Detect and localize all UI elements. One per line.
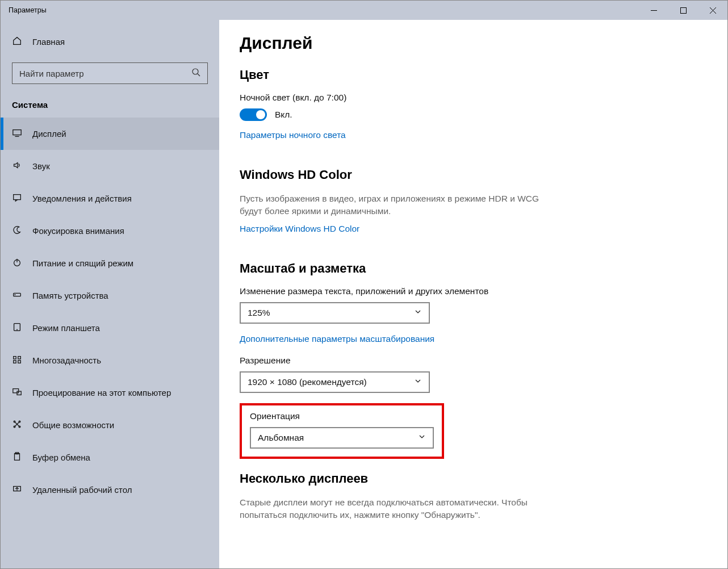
sidebar-item-tablet[interactable]: Режим планшета bbox=[1, 312, 219, 344]
advanced-scaling-link[interactable]: Дополнительные параметры масштабирования bbox=[240, 334, 434, 344]
orientation-highlight: Ориентация Альбомная bbox=[240, 403, 444, 459]
sidebar-item-multitask[interactable]: Многозадачность bbox=[1, 344, 219, 376]
clipboard-icon bbox=[12, 451, 22, 463]
svg-point-12 bbox=[15, 295, 15, 295]
chevron-down-icon bbox=[414, 308, 422, 318]
remote-icon bbox=[12, 484, 22, 496]
sidebar-item-projecting[interactable]: Проецирование на этот компьютер bbox=[1, 376, 219, 409]
svg-line-5 bbox=[198, 74, 200, 76]
sidebar-item-remote[interactable]: Удаленный рабочий стол bbox=[1, 474, 219, 506]
tablet-icon bbox=[12, 322, 22, 334]
svg-rect-8 bbox=[14, 195, 21, 200]
svg-rect-6 bbox=[13, 130, 21, 135]
sidebar-item-label: Фокусировка внимания bbox=[32, 226, 124, 236]
sidebar-home[interactable]: Главная bbox=[1, 29, 219, 55]
sidebar-item-label: Уведомления и действия bbox=[32, 194, 132, 203]
sidebar-item-label: Дисплей bbox=[32, 129, 66, 139]
sidebar-item-label: Общие возможности bbox=[32, 420, 114, 430]
multitask-icon bbox=[12, 354, 22, 366]
orientation-dropdown[interactable]: Альбомная bbox=[250, 427, 434, 449]
night-light-settings-link[interactable]: Параметры ночного света bbox=[240, 130, 346, 140]
storage-icon bbox=[12, 290, 22, 302]
search-icon bbox=[191, 68, 200, 79]
resolution-dropdown[interactable]: 1920 × 1080 (рекомендуется) bbox=[240, 371, 430, 393]
chevron-down-icon bbox=[414, 377, 422, 387]
sidebar-item-label: Удаленный рабочий стол bbox=[32, 485, 132, 495]
hdr-settings-link[interactable]: Настройки Windows HD Color bbox=[240, 224, 359, 234]
svg-rect-18 bbox=[18, 361, 21, 363]
night-light-toggle[interactable] bbox=[240, 108, 267, 121]
sidebar-item-label: Звук bbox=[32, 161, 50, 171]
sidebar: Главная Система Дисплей Звук Уведомления… bbox=[1, 20, 219, 568]
sidebar-item-notifications[interactable]: Уведомления и действия bbox=[1, 182, 219, 215]
svg-rect-27 bbox=[15, 454, 20, 461]
sidebar-item-label: Многозадачность bbox=[32, 355, 101, 365]
sidebar-item-storage[interactable]: Память устройства bbox=[1, 279, 219, 312]
sidebar-item-focus[interactable]: Фокусировка внимания bbox=[1, 215, 219, 247]
orientation-label: Ориентация bbox=[250, 411, 434, 421]
sidebar-item-power[interactable]: Питание и спящий режим bbox=[1, 247, 219, 279]
sidebar-item-display[interactable]: Дисплей bbox=[1, 118, 219, 150]
svg-rect-16 bbox=[18, 357, 21, 359]
search-input[interactable] bbox=[12, 62, 208, 84]
minimize-button[interactable] bbox=[639, 1, 668, 20]
power-icon bbox=[12, 257, 22, 269]
scale-value: 125% bbox=[248, 308, 270, 318]
page-title: Дисплей bbox=[240, 34, 705, 53]
svg-rect-1 bbox=[680, 7, 686, 13]
sidebar-section-label: Система bbox=[1, 94, 219, 118]
titlebar: Параметры bbox=[1, 1, 727, 20]
shared-icon bbox=[12, 419, 22, 431]
sidebar-item-sound[interactable]: Звук bbox=[1, 150, 219, 182]
section-scale: Масштаб и разметка bbox=[240, 261, 705, 276]
sidebar-home-label: Главная bbox=[32, 37, 65, 47]
svg-point-4 bbox=[193, 69, 198, 74]
chevron-down-icon bbox=[418, 433, 426, 443]
section-color: Цвет bbox=[240, 68, 705, 82]
multiple-displays-desc: Старые дисплеи могут не всегда подключат… bbox=[240, 496, 558, 522]
notifications-icon bbox=[12, 193, 22, 204]
sidebar-item-label: Память устройства bbox=[32, 291, 108, 300]
scale-label: Изменение размера текста, приложений и д… bbox=[240, 286, 705, 296]
sidebar-item-label: Буфер обмена bbox=[32, 453, 90, 462]
search-field[interactable] bbox=[19, 69, 191, 78]
svg-rect-17 bbox=[14, 361, 16, 363]
window-title: Параметры bbox=[1, 6, 639, 14]
moon-icon bbox=[12, 225, 22, 237]
svg-rect-19 bbox=[13, 389, 19, 393]
resolution-label: Разрешение bbox=[240, 355, 705, 366]
sidebar-item-label: Проецирование на этот компьютер bbox=[32, 388, 171, 398]
section-multiple-displays: Несколько дисплеев bbox=[240, 471, 705, 486]
toggle-state-label: Вкл. bbox=[275, 110, 292, 120]
section-hdr: Windows HD Color bbox=[240, 168, 705, 182]
resolution-value: 1920 × 1080 (рекомендуется) bbox=[248, 377, 367, 387]
sidebar-item-label: Режим планшета bbox=[32, 323, 100, 333]
sidebar-item-shared[interactable]: Общие возможности bbox=[1, 409, 219, 441]
night-light-label: Ночной свет (вкл. до 7:00) bbox=[240, 93, 705, 103]
home-icon bbox=[12, 36, 22, 48]
orientation-value: Альбомная bbox=[258, 433, 304, 443]
sidebar-item-label: Питание и спящий режим bbox=[32, 258, 133, 268]
close-button[interactable] bbox=[698, 1, 727, 20]
scale-dropdown[interactable]: 125% bbox=[240, 302, 430, 324]
svg-rect-15 bbox=[14, 357, 16, 359]
display-icon bbox=[12, 128, 22, 140]
sound-icon bbox=[12, 160, 22, 172]
maximize-button[interactable] bbox=[668, 1, 698, 20]
sidebar-item-clipboard[interactable]: Буфер обмена bbox=[1, 441, 219, 474]
content-pane: Дисплей Цвет Ночной свет (вкл. до 7:00) … bbox=[219, 20, 727, 568]
hdr-description: Пусть изображения в видео, играх и прило… bbox=[240, 193, 558, 218]
project-icon bbox=[12, 387, 22, 399]
